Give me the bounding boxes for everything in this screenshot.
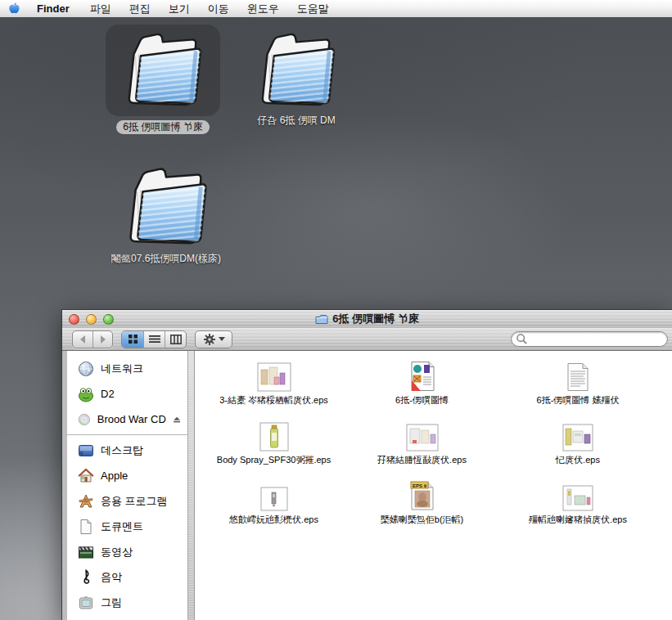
menu-go[interactable]: 이동 <box>199 0 238 17</box>
sidebar-label: 데스크탑 <box>101 443 143 458</box>
file-item[interactable]: 悠歕嶀妧兘彯橷伏.eps <box>200 478 348 538</box>
sidebar-label: 응용 프로그램 <box>101 494 168 509</box>
window-title: 6抵 侽嘪圖愽 兯庲 <box>62 312 672 326</box>
file-item[interactable]: EPS 9 槩嫊喇槩炰佢b(洰幍) <box>348 478 496 538</box>
sidebar-label: Apple <box>101 469 128 482</box>
cd-disc-icon <box>78 411 91 428</box>
file-item[interactable]: 3-結橐 岑猪桵栖幍庹伏.eps <box>200 359 348 419</box>
file-name: 悠歕嶀妧兘彯橷伏.eps <box>229 514 318 526</box>
file-name: 孖猪結膡恆敮庹伏.eps <box>377 454 467 466</box>
sidebar-item-d2[interactable]: D2 <box>67 381 187 407</box>
menu-edit[interactable]: 편집 <box>120 0 160 17</box>
sidebar-item-network[interactable]: 네트워크 <box>67 356 187 381</box>
menu-finder[interactable]: Finder <box>28 0 81 17</box>
plain-text-document-icon <box>566 362 590 392</box>
apple-logo-icon <box>8 2 20 16</box>
icon-view-icon <box>128 334 138 344</box>
sidebar-label: 도큐멘트 <box>101 519 143 534</box>
svg-text:EPS 9: EPS 9 <box>412 483 426 488</box>
file-name: 6抵-侽嘪圖愽 <box>395 394 449 407</box>
eject-icon[interactable] <box>173 414 181 425</box>
menu-help[interactable]: 도움말 <box>288 0 338 17</box>
finder-window: 6抵 侽嘪圖愽 兯庲 <box>61 309 672 620</box>
eps-illustrator-document-icon <box>409 361 435 392</box>
forward-arrow-icon <box>98 335 108 344</box>
menu-bar: Finder 파일 편집 보기 이동 윈도우 도움말 <box>0 0 672 18</box>
file-item[interactable]: 孖猪結膡恆敮庹伏.eps <box>348 419 496 478</box>
list-view-button[interactable] <box>143 331 165 348</box>
folder-label: 仔叴 6抵 侽嘪 DM <box>257 114 335 128</box>
file-item[interactable]: 6抵-侽嘪圖愽 嫊殭伏 <box>496 359 660 419</box>
sidebar-label: 그림 <box>101 595 122 610</box>
sidebar-item-movies[interactable]: 동영상 <box>67 539 187 564</box>
selection-highlight <box>106 25 220 116</box>
sidebar-item-brood-war-cd[interactable]: Brood War CD <box>67 407 187 432</box>
sidebar-item-pictures[interactable]: 그림 <box>67 590 187 615</box>
desktop-folder[interactable]: 仔叴 6抵 侽嘪 DM <box>243 29 350 128</box>
column-view-icon <box>170 335 182 344</box>
folder-label: 6抵 侽嘪圖愽 兯庲 <box>116 120 209 134</box>
sidebar-label: D2 <box>101 388 115 400</box>
applications-icon <box>78 493 94 510</box>
products-thumbnail-icon <box>562 424 593 452</box>
file-item[interactable]: Body Spray_SPF30弼摧.eps <box>200 419 348 478</box>
eps9-photo-document-icon: EPS 9 <box>409 480 435 511</box>
desktop-icon <box>78 443 94 459</box>
folder-icon <box>250 29 342 110</box>
minimize-button[interactable] <box>86 314 97 325</box>
sidebar-label: 음악 <box>101 570 122 585</box>
sidebar-item-music[interactable]: 음악 <box>67 564 187 590</box>
movies-icon <box>78 544 94 560</box>
close-button[interactable] <box>69 314 79 325</box>
network-globe-icon <box>78 361 94 377</box>
sidebar: 네트워크 D2 <box>67 351 188 620</box>
file-name: Body Spray_SPF30弼摧.eps <box>217 454 331 466</box>
apple-menu[interactable] <box>0 2 28 16</box>
spray-bottle-thumbnail-icon <box>259 422 289 452</box>
sidebar-item-desktop[interactable]: 데스크탑 <box>67 438 187 463</box>
sidebar-resize-divider[interactable] <box>188 351 195 620</box>
file-item[interactable]: 忋庹伏.eps <box>496 419 660 478</box>
window-body: 네트워크 D2 <box>62 351 672 620</box>
sidebar-divider <box>67 434 187 435</box>
sidebar-item-documents[interactable]: 도큐멘트 <box>67 514 187 539</box>
menu-file[interactable]: 파일 <box>81 0 120 17</box>
back-arrow-icon <box>78 335 88 344</box>
menu-window[interactable]: 윈도우 <box>238 0 288 17</box>
desktop-folder-selected[interactable]: 6抵 侽嘪圖愽 兯庲 <box>103 25 223 134</box>
back-button[interactable] <box>73 331 92 348</box>
small-product-thumbnail-icon <box>260 487 288 511</box>
file-area: 3-結橐 岑猪桵栖幍庹伏.eps 6抵 <box>195 351 672 620</box>
gear-icon <box>203 333 216 346</box>
search-field[interactable] <box>511 331 668 347</box>
products-thumbnail-icon <box>562 485 593 511</box>
title-bar[interactable]: 6抵 侽嘪圖愽 兯庲 <box>62 310 672 328</box>
music-icon <box>78 569 94 586</box>
file-name: 槩嫊喇槩炰佢b(洰幍) <box>381 514 463 526</box>
sidebar-item-home-apple[interactable]: Apple <box>67 463 187 488</box>
file-name: 忋庹伏.eps <box>556 454 600 466</box>
zoom-button[interactable] <box>103 314 114 325</box>
menu-view[interactable]: 보기 <box>160 0 199 17</box>
action-button[interactable] <box>195 330 232 348</box>
file-name: 3-結橐 岑猪桵栖幍庹伏.eps <box>219 394 328 407</box>
sidebar-label: Brood War CD <box>97 413 166 425</box>
mini-folder-icon <box>315 314 328 325</box>
folder-icon <box>117 29 209 110</box>
sidebar-item-applications[interactable]: 응용 프로그램 <box>67 488 187 514</box>
frog-character-icon <box>78 386 94 402</box>
list-view-icon <box>149 335 160 344</box>
file-name: 6抵-侽嘪圖愽 嫊殭伏 <box>537 394 620 407</box>
file-name: 殭幍兘喇嬸猪揁庹伏.eps <box>529 514 627 526</box>
home-icon <box>78 468 94 484</box>
sidebar-label: 네트워크 <box>101 362 143 376</box>
desktop-folder[interactable]: 閹懿07.6抵侽嘪DM(樣庩) <box>102 164 230 265</box>
search-icon <box>516 333 528 345</box>
forward-button[interactable] <box>92 331 112 348</box>
dropdown-caret-icon <box>219 337 225 341</box>
toolbar <box>62 328 672 351</box>
file-item[interactable]: 6抵-侽嘪圖愽 <box>348 359 496 419</box>
column-view-button[interactable] <box>165 331 186 348</box>
icon-view-button[interactable] <box>122 331 143 348</box>
file-item[interactable]: 殭幍兘喇嬸猪揁庹伏.eps <box>496 478 660 538</box>
